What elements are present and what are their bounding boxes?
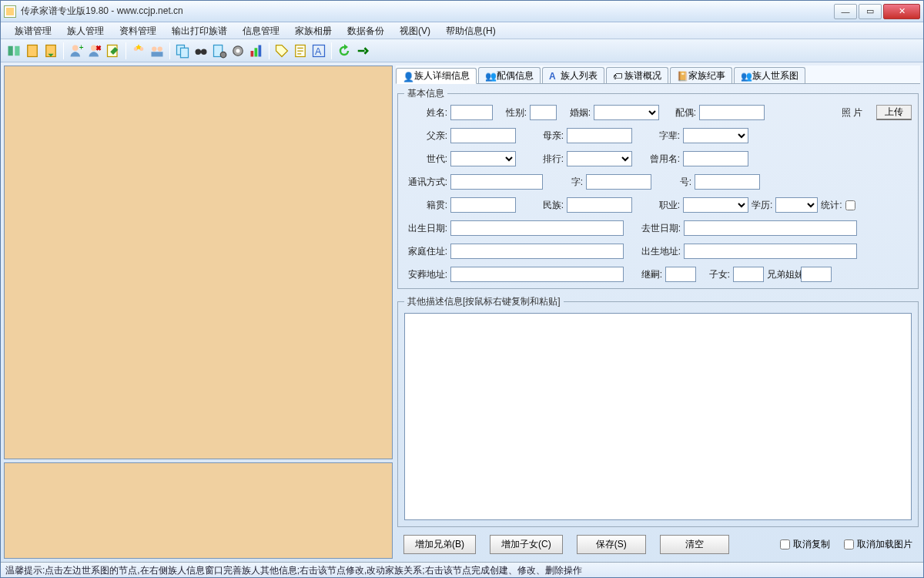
menu-backup[interactable]: 数据备份	[340, 22, 392, 39]
tab-chronicle[interactable]: 📔家族纪事	[670, 67, 732, 83]
tab-label: 族人世系图	[752, 69, 798, 82]
svg-rect-12	[181, 48, 189, 58]
input-native[interactable]	[450, 197, 516, 213]
select-marriage[interactable]	[594, 105, 659, 120]
add-sibling-button[interactable]: 增加兄弟(B)	[403, 535, 476, 554]
svg-rect-15	[199, 51, 203, 53]
tree-icon: 👥	[741, 71, 750, 80]
input-ethnic[interactable]	[567, 197, 632, 213]
main-window: 传承家谱专业版19.80 - www.ccjp.net.cn — ▭ ✕ 族谱管…	[0, 0, 924, 578]
group-icon[interactable]	[149, 42, 166, 59]
binoculars-icon[interactable]	[192, 42, 209, 59]
menu-print[interactable]: 输出打印族谱	[164, 22, 235, 39]
input-jisi[interactable]	[665, 267, 696, 282]
menu-pedigree[interactable]: 族谱管理	[7, 22, 59, 39]
input-contact[interactable]	[450, 174, 543, 190]
lbl-rank: 排行:	[519, 153, 564, 166]
book-yellow-icon[interactable]	[24, 42, 41, 59]
input-spouse[interactable]	[699, 105, 765, 120]
select-zibei[interactable]	[683, 128, 748, 143]
menu-help[interactable]: 帮助信息(H)	[438, 22, 504, 39]
tab-person-list[interactable]: A族人列表	[542, 67, 604, 83]
other-desc-group: 其他描述信息[按鼠标右键复制和粘贴]	[397, 295, 919, 527]
cancel-load-img-checkbox[interactable]	[844, 539, 854, 549]
tag-icon[interactable]	[273, 42, 290, 59]
user-delete-icon[interactable]	[86, 42, 103, 59]
gear-icon[interactable]	[229, 42, 246, 59]
lbl-native: 籍贯:	[404, 199, 447, 212]
page-gear-icon[interactable]	[211, 42, 228, 59]
lbl-jisi: 继嗣:	[627, 268, 662, 281]
input-birth[interactable]	[450, 220, 624, 236]
maximize-button[interactable]: ▭	[859, 4, 882, 19]
refresh-green-icon[interactable]	[336, 42, 353, 59]
lbl-siblings: 兄弟姐妹:	[767, 270, 798, 279]
chart-bar-icon[interactable]	[248, 42, 265, 59]
save-button[interactable]: 保存(S)	[577, 535, 646, 554]
app-icon	[4, 5, 16, 18]
copy-icon[interactable]	[174, 42, 191, 59]
svg-point-8	[152, 46, 156, 51]
group-star-icon[interactable]	[130, 42, 147, 59]
input-former-name[interactable]	[683, 151, 748, 166]
input-death[interactable]	[684, 220, 857, 236]
menu-info[interactable]: 信息管理	[235, 22, 287, 39]
cancel-copy-checkbox[interactable]	[780, 539, 790, 549]
select-occupation[interactable]	[683, 197, 748, 213]
left-bottom-panel[interactable]	[4, 462, 393, 559]
close-button[interactable]: ✕	[883, 4, 920, 19]
user-add-icon[interactable]: +	[68, 42, 85, 59]
menu-album[interactable]: 家族相册	[287, 22, 340, 39]
input-home-addr[interactable]	[450, 244, 624, 259]
lbl-name: 姓名:	[404, 106, 447, 119]
lbl-photo: 照 片	[842, 106, 862, 119]
minimize-button[interactable]: —	[834, 4, 857, 19]
input-name[interactable]	[450, 105, 493, 120]
upload-button[interactable]: 上传	[876, 105, 912, 120]
select-generation[interactable]	[450, 151, 516, 166]
input-siblings[interactable]	[801, 267, 832, 282]
input-burial[interactable]	[450, 267, 624, 282]
select-rank[interactable]	[567, 151, 632, 166]
other-desc-legend: 其他描述信息[按鼠标右键复制和粘贴]	[404, 295, 564, 308]
tab-spouse[interactable]: 👥配偶信息	[478, 67, 541, 83]
book-arrow-icon[interactable]	[42, 42, 59, 59]
menu-view[interactable]: 视图(V)	[392, 22, 438, 39]
input-children[interactable]	[733, 267, 764, 282]
checkbox-stat[interactable]	[845, 200, 855, 210]
tab-lineage[interactable]: 👥族人世系图	[734, 67, 805, 83]
cancel-copy-label[interactable]: 取消复制	[780, 538, 830, 551]
svg-point-9	[158, 46, 162, 51]
tab-overview[interactable]: 🏷族谱概况	[606, 67, 668, 83]
tab-person-detail[interactable]: 👤族人详细信息	[396, 68, 477, 84]
lbl-marriage: 婚姻:	[560, 106, 591, 119]
select-education[interactable]	[775, 197, 818, 213]
clear-button[interactable]: 清空	[660, 535, 729, 554]
left-pane	[4, 66, 393, 559]
lbl-zibei: 字辈:	[635, 129, 680, 143]
input-mother[interactable]	[567, 128, 632, 143]
user-edit-icon[interactable]	[105, 42, 122, 59]
input-zi[interactable]	[586, 174, 651, 190]
arrow-right-icon[interactable]	[354, 42, 371, 59]
input-gender[interactable]	[530, 105, 557, 120]
other-desc-textarea[interactable]	[404, 313, 912, 520]
input-hao[interactable]	[695, 174, 760, 190]
svg-point-2	[72, 45, 79, 51]
lbl-zi: 字:	[546, 176, 583, 189]
note-icon[interactable]	[292, 42, 309, 59]
add-child-button[interactable]: 增加子女(C)	[490, 535, 563, 554]
input-father[interactable]	[450, 128, 516, 143]
family-tree-panel[interactable]	[4, 66, 393, 459]
svg-rect-20	[251, 51, 254, 57]
text-icon[interactable]: A	[310, 42, 327, 59]
lbl-generation: 世代:	[404, 153, 447, 166]
input-birth-addr[interactable]	[684, 244, 857, 259]
tag-icon: 🏷	[613, 71, 622, 80]
menu-material[interactable]: 资料管理	[112, 22, 164, 39]
book-open-icon[interactable]	[5, 42, 22, 59]
menu-person[interactable]: 族人管理	[59, 22, 112, 39]
svg-rect-10	[152, 52, 163, 56]
tab-label: 族人详细信息	[414, 69, 470, 82]
cancel-load-img-label[interactable]: 取消加载图片	[844, 538, 912, 551]
